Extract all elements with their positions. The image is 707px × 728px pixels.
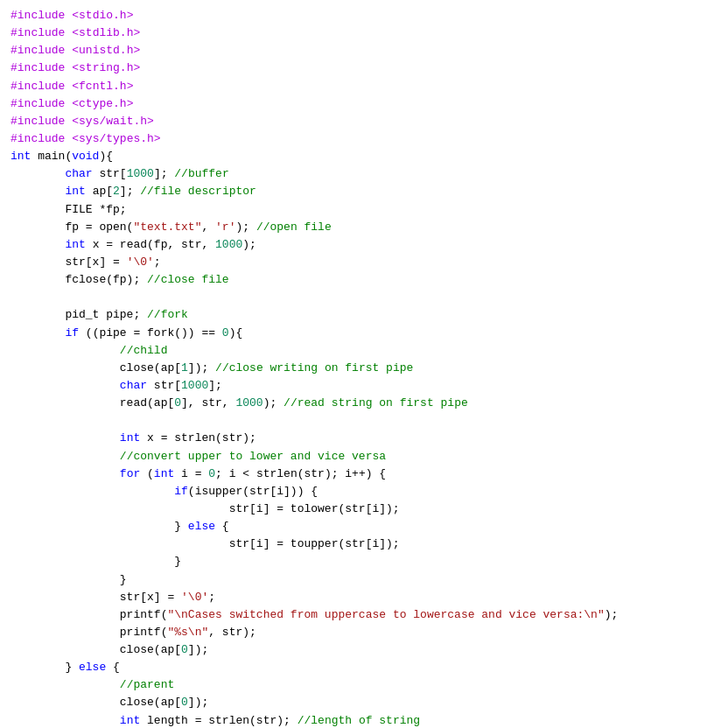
line-14: int x = read(fp, str, 1000); (10, 236, 696, 254)
line-12: FILE *fp; (10, 201, 696, 219)
line-6: #include <ctype.h> (10, 95, 696, 113)
line-2: #include <stdlib.h> (10, 24, 696, 42)
line-13: fp = open("text.txt", 'r'); //open file (10, 219, 696, 236)
line-16: fclose(fp); //close file (10, 271, 696, 289)
line-26: //convert upper to lower and vice versa (10, 448, 696, 466)
line-24 (10, 412, 696, 430)
line-35: printf("\nCases switched from uppercase … (10, 606, 696, 624)
line-18: pid_t pipe; //fork (10, 306, 696, 324)
line-20: //child (10, 342, 696, 360)
line-25: int x = strlen(str); (10, 430, 696, 447)
line-19: if ((pipe = fork()) == 0){ (10, 325, 696, 342)
line-5: #include <fcntl.h> (10, 78, 696, 95)
line-23: read(ap[0], str, 1000); //read string on… (10, 395, 696, 412)
line-3: #include <unistd.h> (10, 42, 696, 60)
line-17 (10, 289, 696, 306)
line-33: } (10, 571, 696, 589)
line-7: #include <sys/wait.h> (10, 113, 696, 130)
line-27: for (int i = 0; i < strlen(str); i++) { (10, 466, 696, 483)
line-9: int main(void){ (10, 148, 696, 165)
line-40: close(ap[0]); (10, 694, 696, 711)
line-29: str[i] = tolower(str[i]); (10, 500, 696, 518)
line-28: if(isupper(str[i])) { (10, 483, 696, 500)
line-31: str[i] = toupper(str[i]); (10, 536, 696, 553)
line-30: } else { (10, 518, 696, 536)
line-8: #include <sys/types.h> (10, 130, 696, 148)
line-10: char str[1000]; //buffer (10, 165, 696, 183)
line-21: close(ap[1]); //close writing on first p… (10, 360, 696, 377)
line-11: int ap[2]; //file descriptor (10, 183, 696, 200)
line-32: } (10, 553, 696, 570)
line-4: #include <string.h> (10, 60, 696, 77)
line-38: } else { (10, 659, 696, 676)
line-22: char str[1000]; (10, 377, 696, 395)
line-37: close(ap[0]); (10, 641, 696, 659)
line-15: str[x] = '\0'; (10, 254, 696, 271)
line-34: str[x] = '\0'; (10, 589, 696, 606)
line-1: #include <stdio.h> (10, 7, 696, 24)
line-41: int length = strlen(str); //length of st… (10, 712, 696, 728)
line-39: //parent (10, 676, 696, 694)
code-editor: { "title": "C Code Editor", "language": … (0, 0, 707, 728)
line-36: printf("%s\n", str); (10, 624, 696, 641)
